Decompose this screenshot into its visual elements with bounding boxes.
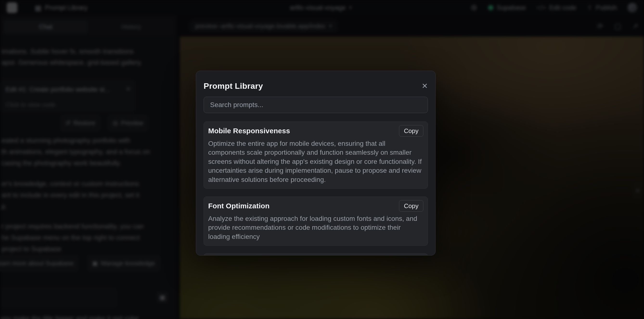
prompt-library-modal: Prompt Library ✕ Mobile Responsiveness C… <box>196 71 436 256</box>
modal-title: Prompt Library <box>204 81 263 91</box>
prompt-card-partially-visible[interactable] <box>204 254 428 256</box>
prompt-title: Mobile Responsiveness <box>208 127 290 135</box>
prompt-card-header: Mobile Responsiveness Copy <box>208 125 423 137</box>
prompt-description: Analyze the existing approach for loadin… <box>208 214 423 241</box>
modal-header: Prompt Library ✕ <box>204 80 428 91</box>
prompt-description: Optimize the entire app for mobile devic… <box>208 139 423 184</box>
prompt-card-font-optimization: Font Optimization Copy Analyze the exist… <box>204 196 428 246</box>
copy-button[interactable]: Copy <box>399 125 423 137</box>
search-input[interactable] <box>204 97 428 113</box>
close-icon[interactable]: ✕ <box>422 82 428 90</box>
copy-button[interactable]: Copy <box>399 200 423 212</box>
prompt-card-mobile-responsiveness: Mobile Responsiveness Copy Optimize the … <box>204 122 428 188</box>
prompt-title: Font Optimization <box>208 202 270 210</box>
prompt-card-header: Font Optimization Copy <box>208 200 423 212</box>
app-window: ▦ Prompt Library artfic-visual-voyage ▾ … <box>0 0 644 319</box>
prompt-card-list: Mobile Responsiveness Copy Optimize the … <box>204 122 428 256</box>
